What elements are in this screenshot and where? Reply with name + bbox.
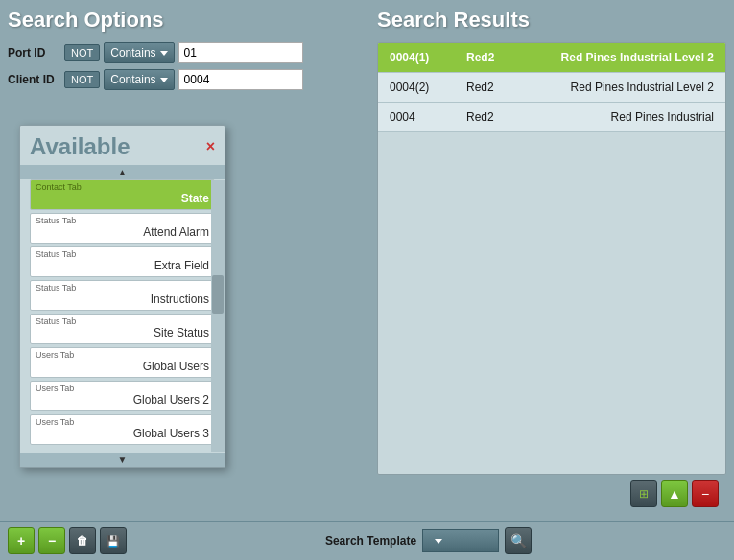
add-button[interactable]: + xyxy=(8,527,35,554)
port-id-row: Port ID NOT Contains xyxy=(8,42,362,63)
result-location: Red Pines Industrial Level 2 xyxy=(524,81,714,94)
right-panel: Search Results 0004(1) Red2 Red Pines In… xyxy=(369,0,734,521)
port-id-input[interactable] xyxy=(178,42,303,63)
trash-icon: 🗑 xyxy=(77,534,88,548)
results-list: 0004(1) Red2 Red Pines Industrial Level … xyxy=(377,42,726,475)
available-list-item[interactable]: Status TabInstructions xyxy=(30,280,215,311)
save-icon: 💾 xyxy=(107,535,120,548)
port-id-not-button[interactable]: NOT xyxy=(64,44,100,61)
available-list: Contact TabStateStatus TabAttend AlarmSt… xyxy=(20,179,225,453)
result-id: 0004(2) xyxy=(390,81,466,94)
close-available-button[interactable]: × xyxy=(206,138,215,155)
scrollbar-thumb[interactable] xyxy=(212,275,224,314)
template-dropdown-button[interactable] xyxy=(422,529,499,552)
available-title: Available xyxy=(30,133,130,160)
result-id: 0004 xyxy=(390,110,466,124)
available-list-item[interactable]: Contact TabState xyxy=(30,179,215,210)
search-icon: 🔍 xyxy=(510,533,527,548)
search-execute-button[interactable]: 🔍 xyxy=(505,527,532,554)
result-row[interactable]: 0004(2) Red2 Red Pines Industrial Level … xyxy=(378,73,725,103)
client-id-input[interactable] xyxy=(178,69,303,90)
available-list-inner: Contact TabStateStatus TabAttend AlarmSt… xyxy=(20,179,225,453)
available-list-item[interactable]: Status TabExtra Field xyxy=(30,246,215,277)
port-id-contains-dropdown[interactable]: Contains xyxy=(104,42,174,63)
up-arrow-icon: ▲ xyxy=(668,486,681,502)
result-name: Red2 xyxy=(466,81,524,94)
move-down-button[interactable]: − xyxy=(692,480,719,507)
port-id-label: Port ID xyxy=(8,46,60,59)
delete-button[interactable]: 🗑 xyxy=(69,527,96,554)
available-list-item[interactable]: Status TabSite Status xyxy=(30,314,215,344)
minus-icon-2: − xyxy=(48,533,56,548)
available-list-item[interactable]: Users TabGlobal Users 3 xyxy=(30,414,215,445)
right-bottom-toolbar: ⊞ ▲ − xyxy=(377,475,726,513)
remove-button[interactable]: − xyxy=(38,527,65,554)
available-header: Available × xyxy=(20,126,225,165)
save-button[interactable]: 💾 xyxy=(100,527,127,554)
left-panel: Search Options Port ID NOT Contains Clie… xyxy=(0,0,369,521)
client-id-label: Client ID xyxy=(8,73,60,86)
available-panel: Available × ▲ Contact TabStateStatus Tab… xyxy=(19,125,225,468)
available-list-item[interactable]: Users TabGlobal Users 2 xyxy=(30,381,215,411)
minus-icon: − xyxy=(701,486,709,502)
scrollbar-track[interactable] xyxy=(211,180,225,452)
search-results-title: Search Results xyxy=(377,8,726,33)
client-id-not-button[interactable]: NOT xyxy=(64,71,100,88)
template-dropdown-arrow-icon xyxy=(435,539,442,544)
grid-icon: ⊞ xyxy=(639,487,649,501)
available-list-item[interactable]: Users TabGlobal Users xyxy=(30,347,215,378)
grid-view-button[interactable]: ⊞ xyxy=(630,480,657,507)
bottom-toolbar: + − 🗑 💾 Search Template 🔍 xyxy=(0,521,734,560)
search-template-label: Search Template xyxy=(325,534,416,548)
result-id: 0004(1) xyxy=(390,51,466,64)
search-template-area: Search Template 🔍 xyxy=(130,527,726,554)
result-location: Red Pines Industrial xyxy=(524,110,714,124)
dropdown-arrow-icon xyxy=(160,51,168,56)
result-name: Red2 xyxy=(466,110,524,124)
search-options-title: Search Options xyxy=(8,8,362,33)
dropdown-arrow-icon-2 xyxy=(160,78,168,82)
result-name: Red2 xyxy=(466,51,524,64)
add-icon: + xyxy=(17,533,25,548)
result-row[interactable]: 0004(1) Red2 Red Pines Industrial Level … xyxy=(378,43,725,73)
client-id-contains-dropdown[interactable]: Contains xyxy=(104,69,174,90)
client-id-row: Client ID NOT Contains xyxy=(8,69,362,90)
available-list-item[interactable]: Status TabAttend Alarm xyxy=(30,213,215,244)
result-location: Red Pines Industrial Level 2 xyxy=(524,51,714,64)
move-up-button[interactable]: ▲ xyxy=(661,480,688,507)
scroll-down-button[interactable]: ▼ xyxy=(20,453,225,467)
scroll-up-button[interactable]: ▲ xyxy=(20,165,225,179)
result-row[interactable]: 0004 Red2 Red Pines Industrial xyxy=(378,103,725,132)
